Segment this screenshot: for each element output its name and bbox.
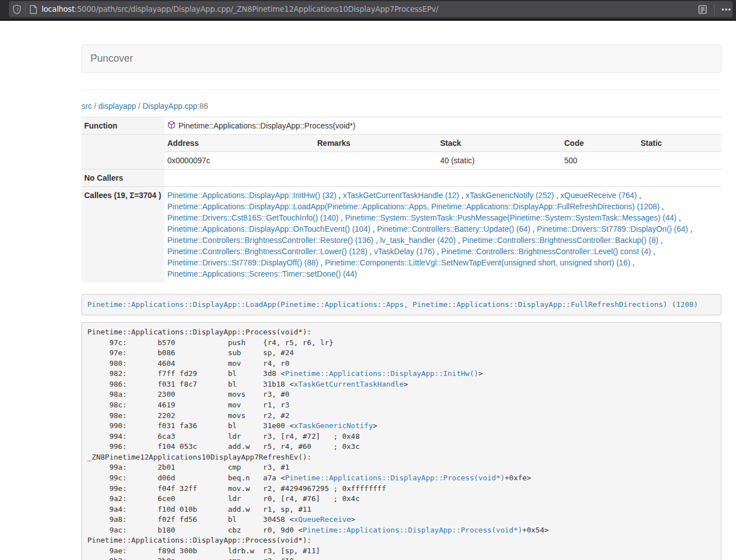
callee-link[interactable]: Pinetime::Controllers::BrightnessControl…: [462, 236, 658, 245]
callee-link[interactable]: xTaskGetCurrentTaskHandle (12): [343, 191, 459, 200]
callees-row: Callees (19, Σ=3704 ) Pinetime::Applicat…: [81, 187, 721, 283]
browser-toolbar: localhost:5000/path/src/displayapp/Displ…: [0, 0, 736, 21]
breadcrumb-link-displayapp[interactable]: displayapp: [98, 102, 136, 111]
related-symbol-box: Pinetime::Applications::DisplayApp::Load…: [81, 294, 721, 315]
shield-icon[interactable]: [12, 4, 21, 15]
callee-separator: ,: [676, 213, 681, 222]
callee-separator: ,: [637, 191, 641, 200]
callee-link[interactable]: Pinetime::Controllers::Battery::Update()…: [377, 224, 531, 233]
callee-line: Pinetime::Applications::DisplayApp::OnTo…: [167, 223, 719, 235]
breadcrumb-separator: /: [136, 102, 143, 111]
code-symbol-link[interactable]: xTaskGetCurrentTaskHandle: [294, 380, 404, 388]
code-symbol-link[interactable]: Pinetime::Applications::DisplayApp::Proc…: [285, 474, 505, 482]
callee-separator: ,: [659, 236, 663, 245]
code-symbol-link[interactable]: Pinetime::Applications::DisplayApp::Proc…: [303, 526, 522, 534]
callee-line: Pinetime::Applications::DisplayApp::Load…: [167, 201, 719, 212]
code-symbol-link[interactable]: Pinetime::Applications::DisplayApp::Init…: [285, 369, 478, 378]
col-stack: Stack: [437, 135, 561, 152]
callee-separator: ,: [435, 247, 441, 256]
stats-values-row: 0x0000097c 40 (static) 500: [164, 152, 721, 169]
callee-line: Pinetime::Controllers::BrightnessControl…: [167, 246, 719, 257]
callee-link[interactable]: Pinetime::Drivers::Cst816S::GetTouchInfo…: [167, 213, 339, 222]
callee-separator: ,: [531, 224, 537, 233]
function-name-cell: Pinetime::Applications::DisplayApp::Proc…: [164, 117, 721, 135]
breadcrumb: src / displayapp / DisplayApp.cpp:86: [81, 100, 721, 112]
callee-link[interactable]: Pinetime::Controllers::BrightnessControl…: [167, 247, 367, 256]
static-value: [638, 152, 721, 169]
callee-separator: ,: [373, 236, 380, 245]
callee-separator: ,: [651, 247, 655, 256]
page-container: Puncover src / displayapp / DisplayApp.c…: [73, 44, 730, 560]
col-code: Code: [561, 135, 638, 152]
disassembly-box: Pinetime::Applications::DisplayApp::Proc…: [81, 322, 721, 560]
callee-line: Pinetime::Applications::DisplayApp::Init…: [167, 190, 719, 201]
url-host: localhost: [42, 4, 75, 13]
callee-separator: ,: [456, 236, 463, 245]
callee-separator: ,: [554, 191, 561, 200]
callers-row: No Callers: [81, 169, 721, 187]
callees-row-label: Callees (19, Σ=3704 ): [81, 187, 164, 283]
url-path: :5000/path/src/displayapp/DisplayApp.cpp…: [75, 4, 438, 13]
url-bar[interactable]: localhost:5000/path/src/displayapp/Displ…: [9, 1, 733, 17]
callee-link[interactable]: Pinetime::Applications::DisplayApp::OnTo…: [167, 224, 371, 233]
url-text[interactable]: localhost:5000/path/src/displayapp/Displ…: [42, 1, 438, 17]
callee-separator: ,: [688, 224, 693, 233]
code-symbol-link[interactable]: xTaskGenericNotify: [294, 421, 373, 430]
callee-line: Pinetime::Drivers::St7789::DisplayOff() …: [167, 257, 719, 268]
callee-link[interactable]: Pinetime::Components::LittleVgl::SetNewT…: [325, 258, 630, 267]
page-info-icon[interactable]: [30, 5, 37, 14]
callee-separator: ,: [339, 213, 345, 222]
breadcrumb-separator: /: [92, 102, 99, 111]
page-actions-menu-icon[interactable]: [721, 8, 731, 11]
callee-separator: ,: [318, 258, 325, 267]
divider: [81, 89, 721, 90]
col-static: Static: [638, 135, 721, 152]
callers-row-label: No Callers: [81, 169, 164, 187]
package-icon: [167, 121, 179, 128]
urlbar-separator: [25, 3, 26, 15]
callee-link[interactable]: Pinetime::Applications::DisplayApp::Load…: [167, 202, 660, 211]
callee-link[interactable]: Pinetime::Drivers::St7789::DisplayOn() (…: [537, 224, 688, 233]
callee-line: Pinetime::Applications::Screens::Timer::…: [167, 268, 719, 279]
callee-link[interactable]: xTaskGenericNotify (252): [465, 191, 554, 200]
callee-separator: ,: [367, 247, 374, 256]
callee-separator: ,: [371, 224, 377, 233]
callee-link[interactable]: Pinetime::System::SystemTask::PushMessag…: [345, 213, 677, 222]
reader-mode-icon[interactable]: [698, 5, 707, 14]
stack-value: 40 (static): [437, 152, 561, 169]
function-name: Pinetime::Applications::DisplayApp::Proc…: [179, 121, 355, 130]
callee-separator: ,: [336, 191, 343, 200]
remarks-value: [314, 152, 437, 169]
callee-link[interactable]: Pinetime::Applications::Screens::Timer::…: [167, 269, 357, 278]
callee-link[interactable]: Pinetime::Applications::DisplayApp::Init…: [167, 191, 336, 200]
callee-separator: ,: [630, 258, 635, 267]
callees-cell: Pinetime::Applications::DisplayApp::Init…: [164, 187, 721, 283]
code-symbol-link[interactable]: xQueueReceive: [294, 515, 351, 524]
stats-table: Address Remarks Stack Code Static 0x0000…: [164, 135, 721, 169]
code-value: 500: [561, 152, 638, 169]
col-address: Address: [164, 135, 314, 152]
callee-link[interactable]: Pinetime::Drivers::St7789::DisplayOff() …: [167, 258, 318, 267]
breadcrumb-link-DisplayApp.cpp[interactable]: DisplayApp.cpp: [143, 102, 197, 111]
function-row: Function Pinetime::Applications::Display…: [81, 117, 721, 135]
breadcrumb-line-number: :86: [197, 102, 208, 111]
callee-separator: ,: [660, 202, 664, 211]
callee-link[interactable]: Pinetime::Controllers::BrightnessControl…: [441, 247, 651, 256]
callee-separator: ,: [459, 191, 466, 200]
stats-row: Address Remarks Stack Code Static 0x0000…: [81, 135, 721, 169]
callee-link[interactable]: vTaskDelay (176): [374, 247, 435, 256]
related-symbol-link[interactable]: Pinetime::Applications::DisplayApp::Load…: [88, 300, 698, 309]
symbol-table: Function Pinetime::Applications::Display…: [81, 117, 721, 282]
navbar: Puncover: [81, 44, 721, 73]
callee-link[interactable]: xQueueReceive (764): [560, 191, 637, 200]
breadcrumb-link-src[interactable]: src: [81, 102, 92, 111]
brand-link[interactable]: Puncover: [82, 45, 141, 72]
function-row-label: Function: [81, 117, 164, 135]
web-page: Puncover src / displayapp / DisplayApp.c…: [0, 44, 736, 560]
callee-link[interactable]: lv_task_handler (420): [380, 236, 456, 245]
stats-row-label: [81, 135, 164, 169]
urlbar-separator-2: [714, 3, 715, 16]
callee-link[interactable]: Pinetime::Controllers::BrightnessControl…: [167, 236, 373, 245]
col-remarks: Remarks: [314, 135, 437, 152]
callee-line: Pinetime::Controllers::BrightnessControl…: [167, 235, 719, 246]
